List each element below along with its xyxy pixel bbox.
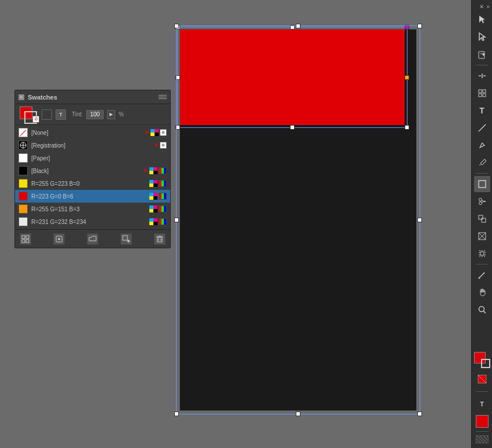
svg-point-35: [479, 199, 482, 201]
new-swatch-button[interactable]: [53, 233, 65, 245]
delete-swatch-button[interactable]: [154, 233, 166, 245]
svg-rect-40: [482, 218, 486, 222]
swatch-color-paper: [19, 153, 28, 163]
swatch-item-registration[interactable]: [Registration] ✕ ⊕: [15, 139, 170, 152]
toolbar-close[interactable]: ✕: [478, 3, 485, 10]
pen-icon: [478, 141, 487, 150]
red-rectangle[interactable]: [180, 30, 405, 125]
handle-ml[interactable]: [175, 75, 180, 80]
tint-arrow-button[interactable]: ▶: [107, 110, 115, 119]
tool-transform[interactable]: [474, 211, 490, 227]
handle-mr[interactable]: [405, 75, 409, 80]
svg-rect-4: [26, 236, 29, 238]
new-color-group-button[interactable]: [20, 233, 31, 245]
svg-rect-28: [479, 94, 482, 97]
handle-tl[interactable]: [175, 25, 180, 30]
stroke-mode-button[interactable]: T: [56, 109, 66, 120]
tool-rect-frame[interactable]: [474, 228, 490, 244]
special-icon-reg: ⊕: [160, 142, 167, 149]
toolbar-color-swatch[interactable]: [476, 415, 489, 428]
tool-page-select[interactable]: [474, 46, 490, 63]
handle-br[interactable]: [405, 125, 409, 130]
svg-point-47: [478, 277, 480, 279]
folder-button[interactable]: [87, 233, 98, 245]
handle-bm[interactable]: [290, 125, 295, 130]
reg-icon: [20, 142, 27, 149]
doc-handle-bm[interactable]: [296, 412, 300, 416]
handle-tr[interactable]: [405, 25, 409, 30]
rgb-icon-red: [159, 193, 167, 200]
tint-input[interactable]: [86, 110, 104, 119]
add-unnamed-button[interactable]: [120, 233, 132, 245]
direct-select-icon: [478, 32, 487, 42]
svg-rect-39: [479, 215, 483, 219]
tool-pen[interactable]: [474, 137, 490, 153]
swatch-item-black[interactable]: [Black] ✕: [15, 164, 170, 177]
free-transform-icon: [478, 249, 487, 258]
tool-stroke-indicator[interactable]: T: [474, 396, 490, 412]
svg-line-30: [479, 124, 486, 131]
rgb-icon-yellow: [159, 180, 167, 187]
svg-rect-10: [123, 236, 127, 240]
tool-line[interactable]: [474, 120, 490, 136]
doc-handle-mr[interactable]: [417, 218, 422, 222]
svg-point-49: [479, 307, 484, 312]
panel-title-bar: ✕ Swatches: [15, 90, 170, 104]
tool-pencil[interactable]: [474, 155, 490, 171]
tool-text[interactable]: T: [474, 102, 490, 119]
doc-handle-br[interactable]: [417, 412, 422, 416]
page-select-icon: [478, 50, 487, 59]
gap-icon: [478, 71, 487, 80]
color-type-row: ⊘ T Tint: ▶ %: [15, 104, 170, 125]
svg-line-46: [480, 274, 483, 277]
swatch-name-red: R=223 G=0 B=6: [31, 193, 146, 200]
tool-eyedropper[interactable]: [474, 267, 490, 283]
handle-tm[interactable]: [290, 25, 295, 30]
svg-rect-6: [26, 240, 29, 243]
divider-1: [476, 65, 489, 65]
doc-handle-tr[interactable]: [417, 24, 422, 28]
tool-scissors[interactable]: [474, 193, 490, 210]
tool-color-apply[interactable]: [474, 371, 490, 387]
tool-zoom[interactable]: [474, 302, 490, 318]
swatch-icons-orange: [149, 205, 167, 212]
swatch-item-yellow[interactable]: R=255 G=223 B=0: [15, 177, 170, 190]
panel-menu-button[interactable]: [159, 94, 167, 100]
hand-icon: [478, 288, 487, 297]
swatch-color-red: [19, 192, 28, 201]
swatch-item-lightgray[interactable]: R=231 G=232 B=234: [15, 215, 170, 228]
swatch-name-reg: [Registration]: [31, 142, 150, 149]
toolbar-expand[interactable]: »: [485, 3, 491, 10]
handle-bl[interactable]: [175, 125, 180, 130]
tool-direct-select[interactable]: [474, 29, 490, 45]
tool-frame[interactable]: [474, 176, 490, 192]
rect-frame-icon: [478, 232, 487, 241]
swatch-color-reg: [19, 141, 28, 150]
fill-stroke-selector[interactable]: ⊘: [20, 107, 38, 123]
tool-content[interactable]: [474, 85, 490, 101]
toolbar-gradient-swatch[interactable]: [476, 435, 489, 443]
toolbar-fill-stroke[interactable]: [474, 352, 490, 368]
toolbar-divider-4: [476, 391, 489, 392]
swatch-item-orange[interactable]: R=255 G=151 B=3: [15, 203, 170, 215]
fill-mode-button[interactable]: [42, 109, 52, 120]
cmyk-icon-yellow: [149, 180, 157, 187]
swatch-icons-reg: ✕ ⊕: [154, 142, 167, 149]
tool-free-transform[interactable]: [474, 245, 490, 262]
none-icon[interactable]: ⊘: [32, 116, 39, 123]
tool-select[interactable]: [474, 12, 490, 28]
panel-close-button[interactable]: ✕: [19, 94, 24, 100]
swatch-icons-black: ✕: [144, 167, 167, 174]
swatch-item-red[interactable]: R=223 G=0 B=6: [15, 190, 170, 203]
special-icon-none: ⊕: [160, 129, 167, 136]
swatch-item-paper[interactable]: [Paper]: [15, 152, 170, 164]
doc-handle-ml[interactable]: [174, 218, 179, 222]
doc-handle-bl[interactable]: [174, 412, 179, 416]
swatch-item-none[interactable]: [None] ✕ ⊕: [15, 126, 170, 139]
stroke-t-icon: T: [480, 401, 484, 407]
swatch-icons-lightgray: [149, 218, 167, 225]
tool-gap[interactable]: [474, 68, 490, 84]
panel-title: Swatches: [28, 94, 57, 101]
content-icon: [478, 89, 487, 98]
tool-hand[interactable]: [474, 284, 490, 300]
